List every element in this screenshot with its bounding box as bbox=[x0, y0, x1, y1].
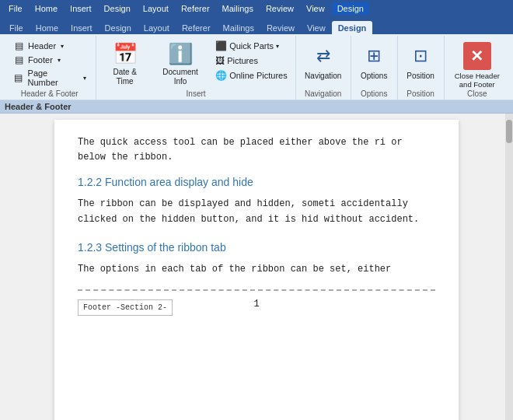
menu-home[interactable]: Home bbox=[30, 2, 63, 15]
options-group-label: Options bbox=[351, 89, 397, 98]
menu-layout[interactable]: Layout bbox=[138, 2, 174, 15]
quick-parts-caret: ▾ bbox=[276, 43, 279, 50]
ribbon-group-header-footer: ▤ Header ▾ ▤ Footer ▾ ▤ Page Number ▾ bbox=[3, 36, 96, 100]
navigation-button[interactable]: ⇄ Navigation bbox=[300, 39, 346, 83]
tab-design-active[interactable]: Design bbox=[332, 21, 373, 34]
online-pictures-button[interactable]: 🌐 Online Pictures bbox=[212, 68, 291, 82]
ribbon-group-position: ⊡ Position Position bbox=[398, 36, 445, 100]
close-group-label: Close bbox=[445, 89, 510, 98]
quick-parts-icon: ⬛ bbox=[215, 40, 227, 51]
options-button[interactable]: ⊞ Options bbox=[355, 39, 393, 83]
tab-design[interactable]: Design bbox=[99, 21, 138, 34]
tab-view[interactable]: View bbox=[301, 21, 332, 34]
close-header-footer-button[interactable]: ✕ Close Header and Footer bbox=[449, 39, 505, 93]
pictures-label: Pictures bbox=[227, 56, 258, 65]
page-number-label: Page Number bbox=[28, 68, 79, 87]
scroll-thumb[interactable] bbox=[506, 120, 512, 143]
hf-label-bar: Header & Footer bbox=[0, 100, 513, 114]
position-label: Position bbox=[407, 72, 434, 80]
header-icon: ▤ bbox=[12, 40, 25, 51]
menu-referer[interactable]: Referer bbox=[176, 2, 215, 15]
para-122: The ribbon can be displayed and hidden, … bbox=[78, 197, 435, 226]
pictures-button[interactable]: 🖼 Pictures bbox=[212, 54, 291, 68]
header-label: Header bbox=[28, 41, 56, 51]
ribbon-group-insert: 📅 Date & Time ℹ️ Document Info ⬛ Quick P… bbox=[96, 36, 295, 100]
pictures-icon: 🖼 bbox=[215, 55, 225, 66]
quick-parts-button[interactable]: ⬛ Quick Parts ▾ bbox=[212, 39, 291, 53]
menubar: File Home Insert Design Layout Referer M… bbox=[0, 0, 513, 17]
heading-122: 1.2.2 Function area display and hide bbox=[78, 174, 435, 191]
ribbon-group-options: ⊞ Options Options bbox=[351, 36, 398, 100]
hf-vgroup: ▤ Header ▾ ▤ Footer ▾ ▤ Page Number ▾ bbox=[8, 39, 91, 89]
doc-info-icon: ℹ️ bbox=[168, 41, 193, 66]
insert-col: ⬛ Quick Parts ▾ 🖼 Pictures 🌐 Online Pict… bbox=[212, 39, 291, 82]
date-time-icon: 📅 bbox=[113, 41, 138, 66]
page-number-button[interactable]: ▤ Page Number ▾ bbox=[8, 67, 91, 89]
footer-button[interactable]: ▤ Footer ▾ bbox=[8, 53, 91, 67]
footer-caret: ▾ bbox=[58, 57, 61, 64]
quick-parts-label: Quick Parts bbox=[229, 41, 274, 51]
ribbon: ▤ Header ▾ ▤ Footer ▾ ▤ Page Number ▾ bbox=[0, 34, 513, 100]
position-icon: ⊡ bbox=[407, 42, 434, 70]
heading-123: 1.2.3 Settings of the ribbon tab bbox=[78, 240, 435, 256]
tab-referer[interactable]: Referer bbox=[176, 21, 217, 34]
scrollbar[interactable] bbox=[505, 114, 513, 420]
hf-group-label: Header & Footer bbox=[3, 89, 96, 98]
navigation-group-label: Navigation bbox=[296, 89, 351, 98]
menu-file[interactable]: File bbox=[3, 2, 28, 15]
close-red-icon: ✕ bbox=[463, 42, 491, 70]
top-para: The quick access tool can be placed eith… bbox=[78, 135, 435, 165]
menu-review[interactable]: Review bbox=[260, 2, 299, 15]
date-time-button[interactable]: 📅 Date & Time bbox=[101, 39, 148, 89]
online-pictures-label: Online Pictures bbox=[229, 71, 288, 80]
insert-group-label: Insert bbox=[96, 89, 295, 98]
options-icon: ⊞ bbox=[360, 42, 388, 70]
menu-mailings[interactable]: Mailings bbox=[217, 2, 259, 15]
doc-info-label: Document Info bbox=[156, 68, 204, 86]
doc-info-button[interactable]: ℹ️ Document Info bbox=[153, 39, 208, 89]
position-button[interactable]: ⊡ Position bbox=[402, 39, 439, 83]
position-group-label: Position bbox=[398, 89, 444, 98]
tab-review[interactable]: Review bbox=[260, 21, 301, 34]
tab-strip: File Home Insert Design Layout Referer M… bbox=[0, 17, 513, 34]
page-number-caret: ▾ bbox=[83, 75, 86, 82]
page-number-icon: ▤ bbox=[12, 72, 25, 83]
footer-icon: ▤ bbox=[12, 54, 25, 65]
close-label: Close Header and Footer bbox=[454, 72, 501, 89]
menu-view[interactable]: View bbox=[301, 2, 330, 15]
doc-page: The quick access tool can be placed eith… bbox=[54, 120, 459, 420]
doc-area: The quick access tool can be placed eith… bbox=[0, 114, 513, 420]
tab-file[interactable]: File bbox=[3, 21, 30, 34]
ribbon-content: ▤ Header ▾ ▤ Footer ▾ ▤ Page Number ▾ bbox=[0, 34, 513, 100]
para-123: The options in each tab of the ribbon ca… bbox=[78, 262, 435, 277]
online-pictures-icon: 🌐 bbox=[215, 70, 227, 81]
header-button[interactable]: ▤ Header ▾ bbox=[8, 39, 91, 53]
navigation-icon: ⇄ bbox=[309, 42, 337, 70]
tab-home[interactable]: Home bbox=[30, 21, 65, 34]
menu-insert[interactable]: Insert bbox=[65, 2, 97, 15]
date-time-label: Date & Time bbox=[104, 68, 145, 86]
ribbon-group-close: ✕ Close Header and Footer Close bbox=[445, 36, 510, 100]
options-label: Options bbox=[361, 72, 387, 80]
ribbon-group-navigation: ⇄ Navigation Navigation bbox=[296, 36, 351, 100]
footer-area: Footer -Section 2- 1 bbox=[78, 292, 435, 316]
tab-layout[interactable]: Layout bbox=[138, 21, 176, 34]
tab-insert[interactable]: Insert bbox=[65, 21, 99, 34]
navigation-label: Navigation bbox=[305, 72, 341, 80]
tab-mailings[interactable]: Mailings bbox=[217, 21, 260, 34]
footer-label: Footer bbox=[28, 55, 53, 65]
footer-dashed-line bbox=[78, 289, 435, 291]
menu-design-active[interactable]: Design bbox=[332, 2, 369, 15]
menu-design[interactable]: Design bbox=[99, 2, 136, 15]
header-caret: ▾ bbox=[61, 43, 64, 50]
footer-section-label: Footer -Section 2- bbox=[78, 299, 173, 316]
